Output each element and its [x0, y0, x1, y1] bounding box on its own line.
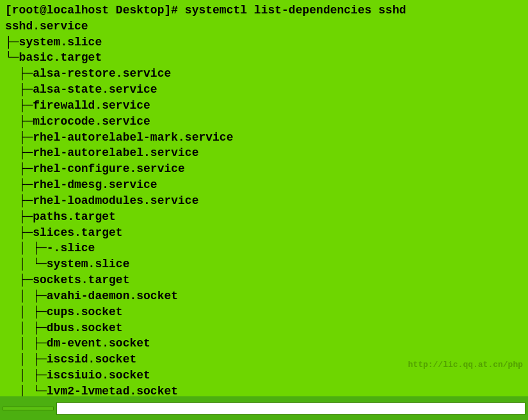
terminal-line-10: ├─rhel-configure.service: [5, 161, 523, 177]
terminal-line-21: │ ├─dm-event.socket: [5, 336, 523, 352]
taskbar-url-input[interactable]: [56, 402, 525, 415]
terminal-line-0: [root@localhost Desktop]# systemctl list…: [5, 3, 523, 19]
terminal-line-8: ├─rhel-autorelabel-mark.service: [5, 130, 523, 146]
terminal-window: [root@localhost Desktop]# systemctl list…: [0, 0, 528, 396]
terminal-line-17: ├─sockets.target: [5, 272, 523, 288]
terminal-line-4: ├─alsa-restore.service: [5, 66, 523, 82]
taskbar: [0, 396, 528, 420]
terminal-line-2: ├─system.slice: [5, 35, 523, 51]
watermark: http://lic.qq.at.cn/php: [408, 360, 523, 369]
terminal-line-9: ├─rhel-autorelabel.service: [5, 145, 523, 161]
terminal-line-1: sshd.service: [5, 19, 523, 35]
taskbar-button[interactable]: [3, 407, 54, 410]
terminal-line-16: │ └─system.slice: [5, 256, 523, 272]
terminal-line-3: └─basic.target: [5, 50, 523, 66]
terminal-line-11: ├─rhel-dmesg.service: [5, 177, 523, 193]
terminal-line-20: │ ├─dbus.socket: [5, 320, 523, 336]
terminal-line-13: ├─paths.target: [5, 209, 523, 225]
terminal-line-6: ├─firewalld.service: [5, 98, 523, 114]
terminal-line-7: ├─microcode.service: [5, 114, 523, 130]
terminal-line-18: │ ├─avahi-daemon.socket: [5, 288, 523, 304]
terminal-line-5: ├─alsa-state.service: [5, 82, 523, 98]
terminal-line-23: │ ├─iscsiuio.socket: [5, 368, 523, 384]
terminal-output: [root@localhost Desktop]# systemctl list…: [5, 3, 523, 400]
terminal-line-15: │ ├─-.slice: [5, 240, 523, 256]
terminal-line-14: ├─slices.target: [5, 225, 523, 241]
terminal-line-12: ├─rhel-loadmodules.service: [5, 193, 523, 209]
terminal-line-19: │ ├─cups.socket: [5, 304, 523, 320]
